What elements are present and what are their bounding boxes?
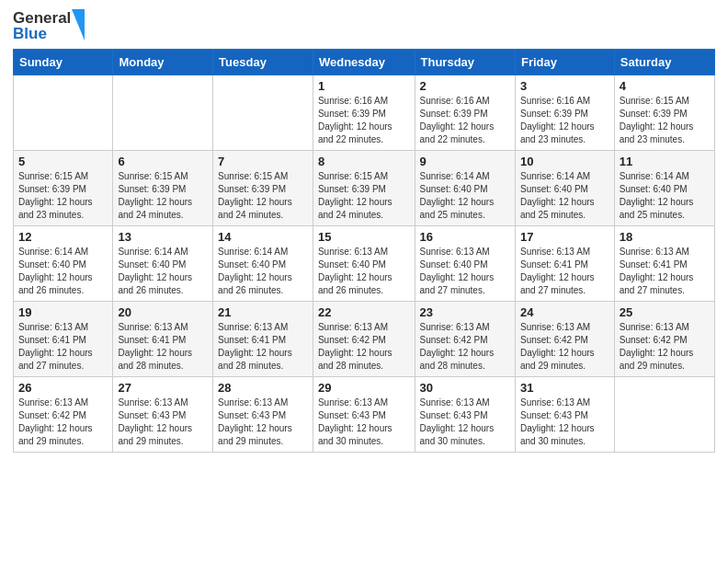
calendar-cell: 21Sunrise: 6:13 AM Sunset: 6:41 PM Dayli…: [213, 302, 313, 377]
day-info: Sunrise: 6:14 AM Sunset: 6:40 PM Dayligh…: [118, 246, 208, 297]
calendar-cell: 12Sunrise: 6:14 AM Sunset: 6:40 PM Dayli…: [14, 226, 113, 302]
calendar-header-wednesday: Wednesday: [313, 50, 415, 75]
day-info: Sunrise: 6:13 AM Sunset: 6:41 PM Dayligh…: [118, 321, 208, 373]
calendar-cell: 25Sunrise: 6:13 AM Sunset: 6:42 PM Dayli…: [614, 302, 714, 377]
calendar-header-tuesday: Tuesday: [213, 50, 313, 75]
calendar-cell: 16Sunrise: 6:13 AM Sunset: 6:40 PM Dayli…: [415, 226, 515, 302]
calendar-cell: 23Sunrise: 6:13 AM Sunset: 6:42 PM Dayli…: [415, 302, 515, 377]
day-number: 23: [420, 305, 510, 319]
calendar-cell: 19Sunrise: 6:13 AM Sunset: 6:41 PM Dayli…: [14, 302, 113, 377]
logo: General Blue: [13, 9, 85, 41]
day-info: Sunrise: 6:15 AM Sunset: 6:39 PM Dayligh…: [318, 170, 410, 222]
calendar-cell: 26Sunrise: 6:13 AM Sunset: 6:42 PM Dayli…: [14, 377, 113, 453]
day-number: 21: [218, 305, 308, 319]
calendar-cell: 9Sunrise: 6:14 AM Sunset: 6:40 PM Daylig…: [415, 151, 515, 226]
day-number: 14: [218, 230, 308, 244]
day-info: Sunrise: 6:13 AM Sunset: 6:42 PM Dayligh…: [620, 321, 710, 373]
day-info: Sunrise: 6:13 AM Sunset: 6:40 PM Dayligh…: [318, 246, 410, 297]
day-info: Sunrise: 6:13 AM Sunset: 6:41 PM Dayligh…: [520, 246, 609, 297]
calendar-week-row: 1Sunrise: 6:16 AM Sunset: 6:39 PM Daylig…: [14, 75, 715, 151]
calendar-cell: 5Sunrise: 6:15 AM Sunset: 6:39 PM Daylig…: [14, 151, 113, 226]
calendar-cell: 7Sunrise: 6:15 AM Sunset: 6:39 PM Daylig…: [213, 151, 313, 226]
calendar-cell: 18Sunrise: 6:13 AM Sunset: 6:41 PM Dayli…: [614, 226, 714, 302]
day-info: Sunrise: 6:13 AM Sunset: 6:42 PM Dayligh…: [318, 321, 410, 373]
day-info: Sunrise: 6:16 AM Sunset: 6:39 PM Dayligh…: [520, 95, 609, 146]
day-number: 2: [420, 79, 510, 93]
day-number: 11: [620, 155, 710, 168]
day-info: Sunrise: 6:13 AM Sunset: 6:43 PM Dayligh…: [520, 396, 609, 448]
day-info: Sunrise: 6:14 AM Sunset: 6:40 PM Dayligh…: [18, 246, 108, 297]
day-number: 6: [118, 155, 208, 168]
day-info: Sunrise: 6:13 AM Sunset: 6:42 PM Dayligh…: [18, 396, 108, 448]
day-info: Sunrise: 6:16 AM Sunset: 6:39 PM Dayligh…: [420, 95, 510, 146]
day-number: 4: [620, 79, 710, 93]
calendar-cell: 15Sunrise: 6:13 AM Sunset: 6:40 PM Dayli…: [313, 226, 415, 302]
day-number: 28: [218, 381, 308, 395]
day-number: 16: [420, 230, 510, 244]
day-info: Sunrise: 6:13 AM Sunset: 6:41 PM Dayligh…: [620, 246, 710, 297]
day-info: Sunrise: 6:13 AM Sunset: 6:43 PM Dayligh…: [318, 396, 410, 448]
day-number: 31: [520, 381, 609, 395]
calendar-cell: 28Sunrise: 6:13 AM Sunset: 6:43 PM Dayli…: [213, 377, 313, 453]
calendar-week-row: 12Sunrise: 6:14 AM Sunset: 6:40 PM Dayli…: [14, 226, 715, 302]
calendar-table: SundayMondayTuesdayWednesdayThursdayFrid…: [13, 49, 715, 453]
calendar-cell: 27Sunrise: 6:13 AM Sunset: 6:43 PM Dayli…: [113, 377, 213, 453]
day-info: Sunrise: 6:15 AM Sunset: 6:39 PM Dayligh…: [218, 170, 308, 222]
day-info: Sunrise: 6:13 AM Sunset: 6:42 PM Dayligh…: [520, 321, 609, 373]
calendar-cell: 4Sunrise: 6:15 AM Sunset: 6:39 PM Daylig…: [614, 75, 714, 151]
calendar-cell: 2Sunrise: 6:16 AM Sunset: 6:39 PM Daylig…: [415, 75, 515, 151]
day-info: Sunrise: 6:13 AM Sunset: 6:43 PM Dayligh…: [218, 396, 308, 448]
calendar-cell: 31Sunrise: 6:13 AM Sunset: 6:43 PM Dayli…: [515, 377, 614, 453]
day-number: 24: [520, 305, 609, 319]
calendar-cell: 30Sunrise: 6:13 AM Sunset: 6:43 PM Dayli…: [415, 377, 515, 453]
calendar-cell: 6Sunrise: 6:15 AM Sunset: 6:39 PM Daylig…: [113, 151, 213, 226]
calendar-cell: 3Sunrise: 6:16 AM Sunset: 6:39 PM Daylig…: [515, 75, 614, 151]
day-number: 9: [420, 155, 510, 168]
day-info: Sunrise: 6:13 AM Sunset: 6:41 PM Dayligh…: [218, 321, 308, 373]
day-info: Sunrise: 6:13 AM Sunset: 6:43 PM Dayligh…: [420, 396, 510, 448]
calendar-cell: 29Sunrise: 6:13 AM Sunset: 6:43 PM Dayli…: [313, 377, 415, 453]
calendar-cell: [614, 377, 714, 453]
svg-marker-0: [72, 9, 85, 40]
day-info: Sunrise: 6:15 AM Sunset: 6:39 PM Dayligh…: [18, 170, 108, 222]
calendar-header-friday: Friday: [515, 50, 614, 75]
calendar-cell: 14Sunrise: 6:14 AM Sunset: 6:40 PM Dayli…: [213, 226, 313, 302]
calendar-cell: 10Sunrise: 6:14 AM Sunset: 6:40 PM Dayli…: [515, 151, 614, 226]
calendar-header-row: SundayMondayTuesdayWednesdayThursdayFrid…: [14, 50, 715, 75]
day-number: 7: [218, 155, 308, 168]
day-number: 3: [520, 79, 609, 93]
day-number: 19: [18, 305, 108, 319]
day-info: Sunrise: 6:14 AM Sunset: 6:40 PM Dayligh…: [218, 246, 308, 297]
calendar-header-sunday: Sunday: [14, 50, 113, 75]
calendar-cell: [213, 75, 313, 151]
logo-triangle-icon: [72, 9, 85, 40]
day-number: 20: [118, 305, 208, 319]
calendar-week-row: 19Sunrise: 6:13 AM Sunset: 6:41 PM Dayli…: [14, 302, 715, 377]
calendar-cell: 17Sunrise: 6:13 AM Sunset: 6:41 PM Dayli…: [515, 226, 614, 302]
day-number: 8: [318, 155, 410, 168]
day-number: 29: [318, 381, 410, 395]
day-info: Sunrise: 6:15 AM Sunset: 6:39 PM Dayligh…: [620, 95, 710, 146]
header: General Blue: [13, 9, 715, 41]
day-info: Sunrise: 6:15 AM Sunset: 6:39 PM Dayligh…: [118, 170, 208, 222]
day-info: Sunrise: 6:14 AM Sunset: 6:40 PM Dayligh…: [520, 170, 609, 222]
logo-text-area: General Blue: [13, 9, 85, 41]
calendar-cell: 8Sunrise: 6:15 AM Sunset: 6:39 PM Daylig…: [313, 151, 415, 226]
day-number: 13: [118, 230, 208, 244]
day-number: 12: [18, 230, 108, 244]
day-info: Sunrise: 6:16 AM Sunset: 6:39 PM Dayligh…: [318, 95, 410, 146]
day-number: 15: [318, 230, 410, 244]
calendar-cell: 22Sunrise: 6:13 AM Sunset: 6:42 PM Dayli…: [313, 302, 415, 377]
calendar-cell: 13Sunrise: 6:14 AM Sunset: 6:40 PM Dayli…: [113, 226, 213, 302]
calendar-cell: [113, 75, 213, 151]
page: General Blue SundayMondayTuesdayWednesda…: [0, 0, 728, 563]
day-number: 25: [620, 305, 710, 319]
day-info: Sunrise: 6:13 AM Sunset: 6:41 PM Dayligh…: [18, 321, 108, 373]
calendar-week-row: 26Sunrise: 6:13 AM Sunset: 6:42 PM Dayli…: [14, 377, 715, 453]
day-info: Sunrise: 6:13 AM Sunset: 6:43 PM Dayligh…: [118, 396, 208, 448]
calendar-header-thursday: Thursday: [415, 50, 515, 75]
day-number: 30: [420, 381, 510, 395]
day-number: 26: [18, 381, 108, 395]
calendar-cell: 1Sunrise: 6:16 AM Sunset: 6:39 PM Daylig…: [313, 75, 415, 151]
logo-general-text: General: [13, 10, 71, 26]
